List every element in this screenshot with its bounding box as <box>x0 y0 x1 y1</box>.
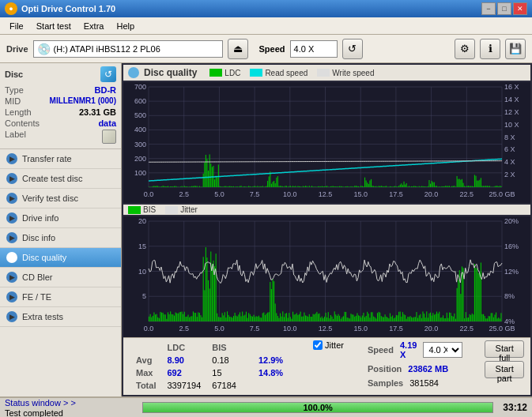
speed-value: 4.19 X <box>400 340 417 359</box>
jitter-avg: 12.9% <box>254 355 288 366</box>
drive-label: Drive <box>6 44 28 54</box>
speed-selector[interactable]: 4.0 X <box>290 40 338 58</box>
refresh-button[interactable]: ↺ <box>342 39 363 59</box>
nav-cd-bler[interactable]: ▶ CD Bler <box>0 268 121 287</box>
nav-disc-info[interactable]: ▶ Disc info <box>0 228 121 248</box>
main-layout: Disc ↺ Type BD-R MID MILLENMR1 (000) Len… <box>0 63 532 396</box>
disc-title: Disc <box>5 70 23 79</box>
menu-extra[interactable]: Extra <box>77 19 111 33</box>
bis-legend-color <box>128 206 141 214</box>
nav-extra-tests-label: Extra tests <box>22 312 63 321</box>
write-speed-legend-color <box>317 69 330 77</box>
settings-button[interactable]: ⚙ <box>455 39 475 59</box>
jitter-checkbox[interactable] <box>313 340 323 350</box>
top-chart <box>123 82 530 203</box>
position-value: 23862 MB <box>408 364 448 374</box>
nav-disc-quality[interactable]: ▶ Disc quality <box>0 248 121 268</box>
max-label: Max <box>131 367 160 378</box>
position-label: Position <box>368 364 402 374</box>
create-test-disc-icon: ▶ <box>6 173 17 184</box>
eject-button[interactable]: ⏏ <box>228 39 248 59</box>
app-title: Opti Drive Control 1.70 <box>21 4 481 13</box>
left-panel: Disc ↺ Type BD-R MID MILLENMR1 (000) Len… <box>0 63 122 396</box>
menu-start-test[interactable]: Start test <box>30 19 77 33</box>
progress-text: 100.0% <box>143 403 492 412</box>
stats-table: LDC BIS Avg 8.90 0.18 12.9% Max 692 15 <box>130 340 289 393</box>
bottom-chart <box>123 216 530 337</box>
start-buttons: Start full Start part <box>485 340 524 378</box>
toolbar: Drive 💿 (H:) ATAPI iHBS112 2 PL06 ⏏ Spee… <box>0 35 532 63</box>
nav-disc-info-label: Disc info <box>22 233 55 242</box>
nav-verify-test-disc-label: Verify test disc <box>22 193 78 203</box>
samples-label: Samples <box>368 378 403 388</box>
nav-create-test-disc[interactable]: ▶ Create test disc <box>0 169 121 189</box>
drive-selector[interactable]: 💿 (H:) ATAPI iHBS112 2 PL06 <box>33 40 223 58</box>
maximize-button[interactable]: □ <box>497 2 511 15</box>
nav-verify-test-disc[interactable]: ▶ Verify test disc <box>0 189 121 208</box>
nav-section: ▶ Transfer rate ▶ Create test disc ▶ Ver… <box>0 149 121 396</box>
nav-extra-tests[interactable]: ▶ Extra tests <box>0 307 121 327</box>
bottom-left: Status window > > Test completed <box>5 398 136 418</box>
status-links: Status window > > <box>5 398 133 408</box>
ldc-total: 3397194 <box>162 380 206 391</box>
samples-value: 381584 <box>409 378 439 388</box>
total-label: Total <box>131 380 160 391</box>
chart-title-icon <box>128 67 139 78</box>
jitter-max: 14.8% <box>254 367 288 378</box>
disc-quality-icon: ▶ <box>6 252 17 263</box>
time-display: 33:12 <box>503 402 527 413</box>
nav-drive-info[interactable]: ▶ Drive info <box>0 208 121 228</box>
nav-cd-bler-label: CD Bler <box>22 272 53 282</box>
nav-transfer-rate-label: Transfer rate <box>22 154 72 163</box>
speed-col: Speed 4.19 X 4.0 X 2.0 X 8.0 X Position … <box>368 340 462 389</box>
drive-value: (H:) ATAPI iHBS112 2 PL06 <box>54 44 160 54</box>
disc-refresh-button[interactable]: ↺ <box>100 66 116 82</box>
info-button[interactable]: ℹ <box>480 39 500 59</box>
start-part-button[interactable]: Start part <box>485 361 524 378</box>
nav-create-test-disc-label: Create test disc <box>22 174 82 183</box>
jitter-checkbox-row: Jitter <box>313 340 344 350</box>
bottom-chart-container <box>123 216 530 337</box>
menu-file[interactable]: File <box>3 19 30 33</box>
jitter-legend-label: Jitter <box>180 205 198 214</box>
label-icon-button[interactable] <box>102 130 116 144</box>
length-value: 23.31 GB <box>79 107 116 117</box>
nav-fe-te[interactable]: ▶ FE / TE <box>0 287 121 307</box>
nav-transfer-rate[interactable]: ▶ Transfer rate <box>0 149 121 169</box>
chart-header: Disc quality LDC Read speed Write speed <box>123 65 530 81</box>
drive-disc-icon: 💿 <box>37 43 51 55</box>
window-controls: − □ ✕ <box>481 2 527 15</box>
nav-drive-info-label: Drive info <box>22 213 58 223</box>
status-window-link[interactable]: Status window > > <box>5 398 76 408</box>
minimize-button[interactable]: − <box>481 2 496 15</box>
label-label: Label <box>5 130 26 144</box>
speed-label: Speed <box>259 44 285 54</box>
menu-help[interactable]: Help <box>110 19 141 33</box>
bis-total: 67184 <box>207 380 241 391</box>
bis-avg: 0.18 <box>207 355 241 366</box>
speed-value: 4.0 X <box>294 44 315 54</box>
transfer-rate-icon: ▶ <box>6 153 17 164</box>
chart-title: Disc quality <box>144 67 197 78</box>
disc-info-icon: ▶ <box>6 232 17 243</box>
progress-bar: 100.0% <box>142 402 493 413</box>
speed-select-control[interactable]: 4.0 X 2.0 X 8.0 X <box>423 342 462 358</box>
fe-te-icon: ▶ <box>6 291 17 302</box>
cd-bler-icon: ▶ <box>6 272 17 283</box>
bottom-chart-legend: BIS Jitter <box>123 205 530 215</box>
jitter-label: Jitter <box>325 340 344 350</box>
right-panel: Disc quality LDC Read speed Write speed <box>122 63 532 396</box>
nav-disc-quality-label: Disc quality <box>22 253 66 262</box>
close-button[interactable]: ✕ <box>513 2 527 15</box>
mid-value: MILLENMR1 (000) <box>50 96 116 106</box>
charts-area: BIS Jitter <box>123 82 530 337</box>
ldc-avg: 8.90 <box>162 355 206 366</box>
start-full-button[interactable]: Start full <box>485 340 524 358</box>
read-speed-legend-color <box>250 69 262 77</box>
save-button[interactable]: 💾 <box>505 39 526 59</box>
speed-label: Speed <box>368 345 394 355</box>
disc-section: Disc ↺ Type BD-R MID MILLENMR1 (000) Len… <box>0 63 121 149</box>
titlebar: ● Opti Drive Control 1.70 − □ ✕ <box>0 0 532 17</box>
chart-legend: LDC Read speed Write speed <box>209 69 374 77</box>
jitter-legend-color <box>165 206 178 214</box>
